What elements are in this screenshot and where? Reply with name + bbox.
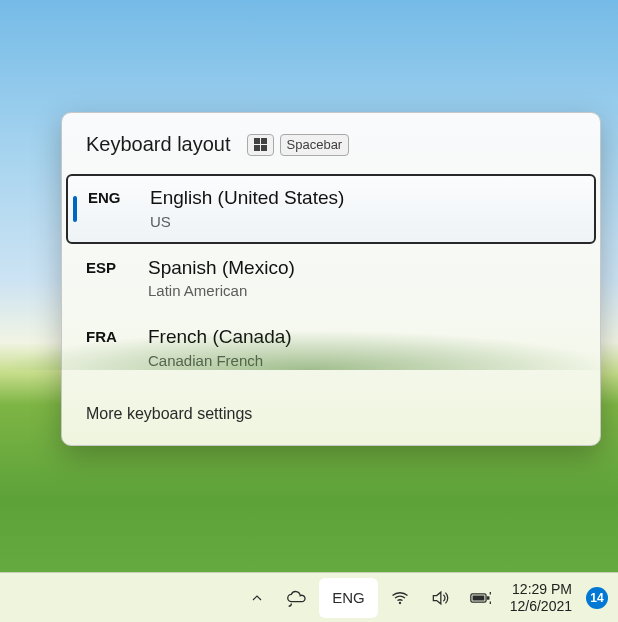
layout-subname: US [150, 213, 344, 230]
svg-rect-2 [487, 596, 490, 599]
layout-subname: Latin American [148, 282, 295, 299]
onedrive-button[interactable] [277, 578, 315, 618]
time-text: 12:29 PM [512, 581, 572, 597]
windows-key-icon [247, 134, 274, 156]
desktop-wallpaper: Keyboard layout Spacebar ENG English (Un… [0, 0, 618, 622]
taskbar: ENG [0, 572, 618, 622]
tray-overflow-button[interactable] [241, 578, 273, 618]
ime-indicator-button[interactable]: ENG [319, 578, 378, 618]
layout-code: FRA [86, 325, 148, 345]
layout-option-eng[interactable]: ENG English (United States) US [66, 174, 596, 244]
battery-charging-icon [470, 588, 492, 608]
svg-rect-3 [472, 595, 484, 600]
wifi-button[interactable] [382, 578, 418, 618]
notification-badge[interactable]: 14 [586, 587, 608, 609]
layout-code: ENG [88, 186, 150, 206]
spacebar-key-label: Spacebar [280, 134, 350, 156]
layout-code: ESP [86, 256, 148, 276]
svg-point-0 [399, 601, 401, 603]
wifi-icon [390, 588, 410, 608]
volume-button[interactable] [422, 578, 458, 618]
system-tray: ENG [241, 578, 608, 618]
layout-subname: Canadian French [148, 352, 292, 369]
cloud-sync-icon [285, 587, 307, 609]
layout-name: Spanish (Mexico) [148, 256, 295, 281]
keyboard-layout-flyout: Keyboard layout Spacebar ENG English (Un… [61, 112, 601, 446]
clock-button[interactable]: 12:29 PM 12/6/2021 [504, 578, 578, 618]
flyout-title: Keyboard layout [86, 133, 231, 156]
layout-name: French (Canada) [148, 325, 292, 350]
flyout-footer: More keyboard settings [62, 387, 600, 445]
battery-button[interactable] [462, 578, 500, 618]
more-keyboard-settings-link[interactable]: More keyboard settings [86, 405, 252, 422]
chevron-up-icon [249, 590, 265, 606]
layout-option-fra[interactable]: FRA French (Canada) Canadian French [62, 313, 600, 383]
layout-option-esp[interactable]: ESP Spanish (Mexico) Latin American [62, 244, 600, 314]
flyout-header: Keyboard layout Spacebar [62, 113, 600, 170]
speaker-icon [430, 588, 450, 608]
date-text: 12/6/2021 [510, 598, 572, 614]
layout-option-list: ENG English (United States) US ESP Spani… [62, 170, 600, 387]
shortcut-hint: Spacebar [247, 134, 350, 156]
layout-name: English (United States) [150, 186, 344, 211]
